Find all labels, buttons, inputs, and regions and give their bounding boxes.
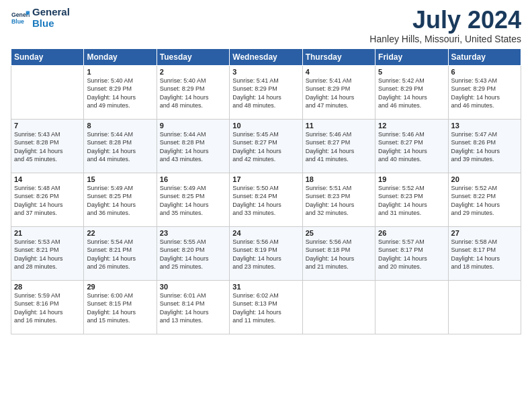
day-number: 15	[87, 175, 153, 183]
day-info: Sunrise: 5:43 AM Sunset: 8:29 PM Dayligh…	[451, 77, 518, 110]
calendar-cell: 4Sunrise: 5:41 AM Sunset: 8:29 PM Daylig…	[302, 65, 375, 119]
calendar-cell: 2Sunrise: 5:40 AM Sunset: 8:29 PM Daylig…	[157, 65, 229, 119]
day-number: 14	[14, 175, 81, 183]
svg-text:Blue: Blue	[11, 17, 24, 24]
day-info: Sunrise: 5:40 AM Sunset: 8:29 PM Dayligh…	[160, 77, 226, 110]
logo-general: General	[32, 6, 70, 17]
calendar-cell: 1Sunrise: 5:40 AM Sunset: 8:29 PM Daylig…	[84, 65, 157, 119]
day-info: Sunrise: 5:52 AM Sunset: 8:23 PM Dayligh…	[378, 184, 445, 218]
day-info: Sunrise: 5:42 AM Sunset: 8:29 PM Dayligh…	[378, 77, 445, 110]
calendar-cell	[11, 65, 84, 119]
day-info: Sunrise: 5:54 AM Sunset: 8:21 PM Dayligh…	[87, 238, 153, 271]
day-number: 3	[232, 68, 299, 76]
day-number: 18	[306, 175, 372, 183]
day-number: 29	[87, 283, 153, 291]
calendar-week-1: 1Sunrise: 5:40 AM Sunset: 8:29 PM Daylig…	[11, 65, 521, 119]
main-title: July 2024	[369, 7, 521, 34]
day-info: Sunrise: 6:02 AM Sunset: 8:13 PM Dayligh…	[232, 291, 299, 325]
day-number: 9	[160, 122, 226, 130]
logo-text: General Blue	[32, 7, 70, 29]
day-number: 7	[14, 122, 81, 130]
day-info: Sunrise: 5:43 AM Sunset: 8:28 PM Dayligh…	[14, 130, 81, 164]
calendar-cell: 5Sunrise: 5:42 AM Sunset: 8:29 PM Daylig…	[375, 65, 448, 119]
calendar-week-4: 21Sunrise: 5:53 AM Sunset: 8:21 PM Dayli…	[11, 226, 521, 280]
calendar-header-saturday: Saturday	[448, 48, 521, 65]
day-number: 25	[306, 229, 372, 237]
logo-blue: Blue	[32, 17, 54, 29]
day-number: 5	[378, 68, 445, 76]
day-info: Sunrise: 5:47 AM Sunset: 8:26 PM Dayligh…	[451, 130, 518, 164]
calendar-cell	[448, 280, 521, 334]
title-block: July 2024 Hanley Hills, Missouri, United…	[369, 7, 521, 44]
calendar-header-monday: Monday	[84, 48, 157, 65]
day-number: 26	[378, 229, 445, 237]
calendar-cell: 8Sunrise: 5:44 AM Sunset: 8:28 PM Daylig…	[84, 119, 157, 173]
calendar-cell: 28Sunrise: 5:59 AM Sunset: 8:16 PM Dayli…	[11, 280, 84, 334]
calendar-cell: 27Sunrise: 5:58 AM Sunset: 8:17 PM Dayli…	[448, 226, 521, 280]
calendar-cell: 17Sunrise: 5:50 AM Sunset: 8:24 PM Dayli…	[230, 173, 302, 226]
calendar-cell: 23Sunrise: 5:55 AM Sunset: 8:20 PM Dayli…	[157, 226, 229, 280]
day-info: Sunrise: 5:41 AM Sunset: 8:29 PM Dayligh…	[306, 77, 372, 110]
day-info: Sunrise: 5:45 AM Sunset: 8:27 PM Dayligh…	[232, 130, 299, 164]
day-info: Sunrise: 5:53 AM Sunset: 8:21 PM Dayligh…	[14, 238, 81, 271]
day-info: Sunrise: 5:44 AM Sunset: 8:28 PM Dayligh…	[87, 130, 153, 164]
calendar-cell: 25Sunrise: 5:56 AM Sunset: 8:18 PM Dayli…	[302, 226, 375, 280]
day-info: Sunrise: 5:50 AM Sunset: 8:24 PM Dayligh…	[232, 184, 299, 218]
day-info: Sunrise: 5:59 AM Sunset: 8:16 PM Dayligh…	[14, 291, 81, 325]
day-number: 20	[451, 175, 518, 183]
calendar-cell: 11Sunrise: 5:46 AM Sunset: 8:27 PM Dayli…	[302, 119, 375, 173]
day-number: 8	[87, 122, 153, 130]
day-number: 22	[87, 229, 153, 237]
calendar-cell	[302, 280, 375, 334]
day-number: 11	[306, 122, 372, 130]
day-number: 28	[14, 283, 81, 291]
calendar-cell: 30Sunrise: 6:01 AM Sunset: 8:14 PM Dayli…	[157, 280, 229, 334]
day-number: 31	[232, 283, 299, 291]
calendar-cell: 26Sunrise: 5:57 AM Sunset: 8:17 PM Dayli…	[375, 226, 448, 280]
day-number: 23	[160, 229, 226, 237]
calendar-cell: 15Sunrise: 5:49 AM Sunset: 8:25 PM Dayli…	[84, 173, 157, 226]
day-number: 24	[232, 229, 299, 237]
day-number: 19	[378, 175, 445, 183]
calendar-header-row: SundayMondayTuesdayWednesdayThursdayFrid…	[11, 48, 521, 65]
calendar-cell: 13Sunrise: 5:47 AM Sunset: 8:26 PM Dayli…	[448, 119, 521, 173]
day-info: Sunrise: 5:51 AM Sunset: 8:23 PM Dayligh…	[306, 184, 372, 218]
day-info: Sunrise: 5:58 AM Sunset: 8:17 PM Dayligh…	[451, 238, 518, 271]
header: General Blue General Blue July 2024 Hanl…	[11, 7, 521, 44]
calendar-table: SundayMondayTuesdayWednesdayThursdayFrid…	[11, 48, 521, 334]
day-number: 27	[451, 229, 518, 237]
day-number: 1	[87, 68, 153, 76]
calendar-cell: 6Sunrise: 5:43 AM Sunset: 8:29 PM Daylig…	[448, 65, 521, 119]
calendar-cell: 24Sunrise: 5:56 AM Sunset: 8:19 PM Dayli…	[230, 226, 302, 280]
day-info: Sunrise: 5:40 AM Sunset: 8:29 PM Dayligh…	[87, 77, 153, 110]
calendar-cell: 19Sunrise: 5:52 AM Sunset: 8:23 PM Dayli…	[375, 173, 448, 226]
calendar-cell: 12Sunrise: 5:46 AM Sunset: 8:27 PM Dayli…	[375, 119, 448, 173]
day-info: Sunrise: 5:48 AM Sunset: 8:26 PM Dayligh…	[14, 184, 81, 218]
calendar-cell: 7Sunrise: 5:43 AM Sunset: 8:28 PM Daylig…	[11, 119, 84, 173]
day-number: 17	[232, 175, 299, 183]
day-info: Sunrise: 6:01 AM Sunset: 8:14 PM Dayligh…	[160, 291, 226, 325]
calendar-cell: 31Sunrise: 6:02 AM Sunset: 8:13 PM Dayli…	[230, 280, 302, 334]
calendar-week-3: 14Sunrise: 5:48 AM Sunset: 8:26 PM Dayli…	[11, 173, 521, 226]
day-info: Sunrise: 5:52 AM Sunset: 8:22 PM Dayligh…	[451, 184, 518, 218]
day-number: 4	[306, 68, 372, 76]
calendar-cell: 18Sunrise: 5:51 AM Sunset: 8:23 PM Dayli…	[302, 173, 375, 226]
calendar-cell: 20Sunrise: 5:52 AM Sunset: 8:22 PM Dayli…	[448, 173, 521, 226]
calendar-cell: 10Sunrise: 5:45 AM Sunset: 8:27 PM Dayli…	[230, 119, 302, 173]
day-info: Sunrise: 5:49 AM Sunset: 8:25 PM Dayligh…	[87, 184, 153, 218]
day-info: Sunrise: 5:56 AM Sunset: 8:19 PM Dayligh…	[232, 238, 299, 271]
calendar-week-2: 7Sunrise: 5:43 AM Sunset: 8:28 PM Daylig…	[11, 119, 521, 173]
calendar-week-5: 28Sunrise: 5:59 AM Sunset: 8:16 PM Dayli…	[11, 280, 521, 334]
day-info: Sunrise: 5:55 AM Sunset: 8:20 PM Dayligh…	[160, 238, 226, 271]
day-info: Sunrise: 6:00 AM Sunset: 8:15 PM Dayligh…	[87, 291, 153, 325]
calendar-header-wednesday: Wednesday	[230, 48, 302, 65]
logo: General Blue General Blue	[11, 7, 70, 29]
day-number: 10	[232, 122, 299, 130]
day-info: Sunrise: 5:49 AM Sunset: 8:25 PM Dayligh…	[160, 184, 226, 218]
day-info: Sunrise: 5:46 AM Sunset: 8:27 PM Dayligh…	[306, 130, 372, 164]
calendar-cell: 3Sunrise: 5:41 AM Sunset: 8:29 PM Daylig…	[230, 65, 302, 119]
day-number: 16	[160, 175, 226, 183]
day-info: Sunrise: 5:57 AM Sunset: 8:17 PM Dayligh…	[378, 238, 445, 271]
day-number: 13	[451, 122, 518, 130]
calendar-cell: 22Sunrise: 5:54 AM Sunset: 8:21 PM Dayli…	[84, 226, 157, 280]
